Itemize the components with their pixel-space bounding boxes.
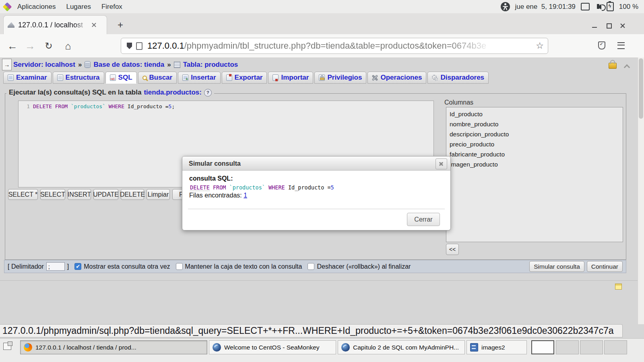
restore-button[interactable] bbox=[605, 21, 613, 30]
sql-text: ; bbox=[171, 103, 175, 109]
rows-found-label: Filas encontradas: bbox=[189, 192, 244, 199]
query-window-icon[interactable] bbox=[615, 284, 622, 290]
tab-estructura[interactable]: Estructura bbox=[53, 72, 104, 84]
collapse-top-icon[interactable] bbox=[624, 64, 629, 69]
accessibility-icon[interactable] bbox=[501, 2, 510, 11]
help-icon[interactable]: ? bbox=[204, 89, 212, 97]
list-item[interactable]: imagen_producto bbox=[446, 159, 623, 169]
sql-keyword: WHERE bbox=[265, 184, 288, 191]
sql-keyword-link[interactable]: DELETE bbox=[190, 184, 210, 191]
breadcrumb-separator: » bbox=[167, 61, 171, 69]
legend-text: Ejecutar la(s) consulta(s) SQL en la tab… bbox=[9, 88, 141, 97]
menu-aplicaciones[interactable]: Aplicaciones bbox=[12, 3, 61, 11]
tab-buscar[interactable]: Buscar bbox=[138, 72, 177, 84]
list-item[interactable]: fabricante_producto bbox=[446, 149, 623, 159]
list-item[interactable]: Id_producto bbox=[446, 109, 623, 119]
checkbox-label[interactable]: Mantener la caja de texto con la consult… bbox=[185, 263, 302, 270]
tab-sql[interactable]: SQL bbox=[105, 72, 137, 84]
menu-button[interactable] bbox=[617, 42, 625, 49]
tab-insertar[interactable]: Insertar bbox=[178, 72, 220, 84]
menu-lugares[interactable]: Lugares bbox=[61, 3, 96, 11]
simulate-query-dialog: Simular consulta consulta SQL: DELETE FR… bbox=[182, 156, 451, 230]
checkbox-show-query[interactable] bbox=[74, 263, 81, 270]
tab-exportar[interactable]: Exportar bbox=[222, 72, 267, 84]
task-label: images2 bbox=[481, 344, 505, 351]
centos-logo-icon[interactable] bbox=[3, 2, 12, 11]
select-star-button[interactable]: SELECT * bbox=[8, 189, 38, 200]
browser-tab[interactable]: 127.0.0.1 / localhost bbox=[3, 15, 107, 34]
task-seamonkey-capitulo[interactable]: Capitulo 2 de SQL com MyAdminPH... bbox=[338, 340, 465, 354]
menu-firefox[interactable]: Firefox bbox=[96, 3, 128, 11]
url-bar[interactable]: 127.0.0.1/phpmyadmin/tbl_structure.php?d… bbox=[121, 38, 548, 54]
delimiter-input[interactable] bbox=[46, 262, 65, 271]
list-item[interactable]: precio_producto bbox=[446, 139, 623, 149]
triggers-icon bbox=[432, 74, 438, 81]
checkbox-label[interactable]: Deshacer («rollback») al finalizar bbox=[317, 263, 411, 270]
volume-icon[interactable] bbox=[595, 4, 601, 10]
workspace-2[interactable] bbox=[556, 340, 579, 354]
frame-arrow-icon[interactable]: → bbox=[2, 59, 12, 70]
seamonkey-icon bbox=[213, 343, 221, 352]
sql-keyword: WHERE bbox=[105, 103, 128, 109]
collapse-columns-button[interactable]: << bbox=[446, 244, 459, 255]
continue-button[interactable]: Continuar bbox=[587, 261, 623, 272]
task-firefox[interactable]: 127.0.0.1 / localhost / tienda / prod... bbox=[20, 340, 207, 354]
reload-button[interactable]: ↻ bbox=[42, 39, 56, 53]
scrollbar-thumb[interactable] bbox=[639, 58, 643, 119]
forward-button[interactable]: → bbox=[23, 39, 37, 53]
tab-examinar[interactable]: Examinar bbox=[3, 72, 52, 84]
display-icon[interactable] bbox=[581, 3, 590, 10]
dialog-title[interactable]: Simular consulta bbox=[182, 156, 450, 171]
battery-icon[interactable] bbox=[607, 2, 614, 11]
scrollbar[interactable] bbox=[638, 58, 644, 324]
insert-button[interactable]: INSERT bbox=[68, 189, 91, 200]
delete-button[interactable]: DELETE bbox=[121, 189, 144, 200]
breadcrumb-database-link[interactable]: Base de datos: tienda bbox=[93, 61, 164, 69]
bookmark-star-icon[interactable]: ☆ bbox=[536, 41, 544, 51]
tab-close-icon[interactable] bbox=[91, 21, 98, 29]
back-button[interactable]: ← bbox=[6, 39, 19, 53]
cerrar-button[interactable]: Cerrar bbox=[407, 213, 440, 226]
structure-icon bbox=[57, 74, 63, 81]
tracking-shield-icon[interactable] bbox=[127, 43, 132, 49]
tab-operaciones[interactable]: Operaciones bbox=[367, 72, 426, 84]
home-button[interactable]: ⌂ bbox=[61, 39, 75, 53]
dialog-close-icon[interactable] bbox=[436, 158, 447, 169]
update-button[interactable]: UPDATE bbox=[93, 189, 118, 200]
tab-disparadores[interactable]: Disparadores bbox=[427, 72, 489, 84]
checkbox-retain-textbox[interactable] bbox=[176, 263, 183, 270]
clock[interactable]: jue ene 5, 19:01:39 bbox=[515, 3, 576, 11]
tab-privilegios[interactable]: Privilegios bbox=[314, 72, 366, 84]
list-item[interactable]: nombre_producto bbox=[446, 119, 623, 129]
legend-table-link[interactable]: tienda.productos: bbox=[144, 88, 202, 97]
database-icon bbox=[85, 61, 91, 68]
simulate-query-button[interactable]: Simular consulta bbox=[529, 261, 584, 272]
select-button[interactable]: SELECT bbox=[40, 189, 65, 200]
workspace-switcher-icon[interactable] bbox=[3, 343, 11, 350]
url-text: 127.0.0.1/phpmyadmin/tbl_structure.php?d… bbox=[147, 41, 533, 51]
limpiar-button[interactable]: Limpiar bbox=[147, 189, 170, 200]
page-info-icon[interactable] bbox=[136, 42, 142, 50]
sql-identifier: `productos` bbox=[229, 184, 265, 191]
workspace-3[interactable] bbox=[580, 340, 603, 354]
tab-importar[interactable]: Importar bbox=[268, 72, 313, 84]
checkbox-rollback[interactable] bbox=[308, 263, 314, 270]
workspace-1[interactable] bbox=[531, 340, 554, 354]
task-seamonkey-welcome[interactable]: Welcome to CentOS - SeaMonkey bbox=[209, 340, 336, 354]
tab-label: Disparadores bbox=[440, 74, 484, 82]
new-tab-button[interactable]: + bbox=[114, 19, 126, 31]
task-images2[interactable]: images2 bbox=[466, 340, 527, 354]
fieldset-legend: Ejecutar la(s) consulta(s) SQL en la tab… bbox=[6, 88, 214, 97]
close-button[interactable] bbox=[618, 21, 627, 30]
list-item[interactable]: descripcion_producto bbox=[446, 129, 623, 139]
workspace-4[interactable] bbox=[604, 340, 627, 354]
breadcrumb-table-link[interactable]: Tabla: productos bbox=[183, 61, 238, 69]
breadcrumb-server-link[interactable]: Servidor: localhost bbox=[13, 61, 75, 69]
sql-icon bbox=[110, 74, 116, 81]
protections-shield-icon[interactable] bbox=[598, 41, 605, 49]
checkbox-label[interactable]: Mostrar esta consulta otra vez bbox=[84, 263, 170, 270]
url-path: /phpmyadmin/tbl_structure.php?db=tienda&… bbox=[184, 41, 486, 51]
minimize-button[interactable] bbox=[590, 21, 599, 30]
lock-icon bbox=[609, 63, 617, 69]
columns-listbox[interactable]: Id_producto nombre_producto descripcion_… bbox=[446, 107, 623, 242]
